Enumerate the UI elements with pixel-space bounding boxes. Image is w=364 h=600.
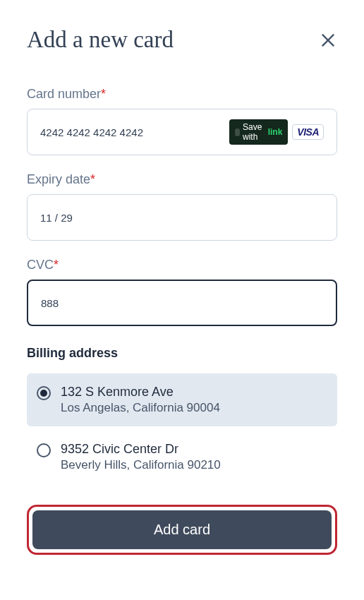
address-line1: 132 S Kenmore Ave — [61, 385, 220, 400]
card-number-label: Card number* — [27, 87, 337, 102]
radio-icon — [37, 386, 51, 400]
save-with-link-badge[interactable]: Save with link — [229, 119, 288, 145]
address-line1: 9352 Civic Center Dr — [61, 442, 221, 457]
cvc-label: CVC* — [27, 258, 337, 272]
checkbox-icon — [235, 128, 240, 136]
card-number-input-wrap[interactable]: Save with link VISA — [27, 109, 337, 155]
address-line2: Beverly Hills, California 90210 — [61, 458, 221, 472]
billing-address-option[interactable]: 9352 Civic Center Dr Beverly Hills, Cali… — [27, 431, 337, 484]
add-card-button[interactable]: Add card — [32, 510, 332, 549]
close-icon[interactable] — [319, 31, 337, 49]
radio-icon — [37, 443, 51, 457]
cvc-input-wrap[interactable] — [27, 280, 337, 326]
card-number-input[interactable] — [40, 126, 229, 138]
page-title: Add a new card — [27, 27, 174, 53]
cvc-input[interactable] — [41, 297, 323, 309]
visa-icon: VISA — [292, 124, 324, 140]
billing-address-option[interactable]: 132 S Kenmore Ave Los Angelas, Californi… — [27, 373, 337, 426]
address-line2: Los Angelas, California 90004 — [61, 401, 220, 415]
expiry-input[interactable] — [40, 212, 324, 224]
billing-heading: Billing address — [27, 346, 337, 361]
expiry-label: Expiry date* — [27, 172, 337, 187]
add-card-button-highlight: Add card — [27, 505, 337, 555]
expiry-input-wrap[interactable] — [27, 194, 337, 241]
